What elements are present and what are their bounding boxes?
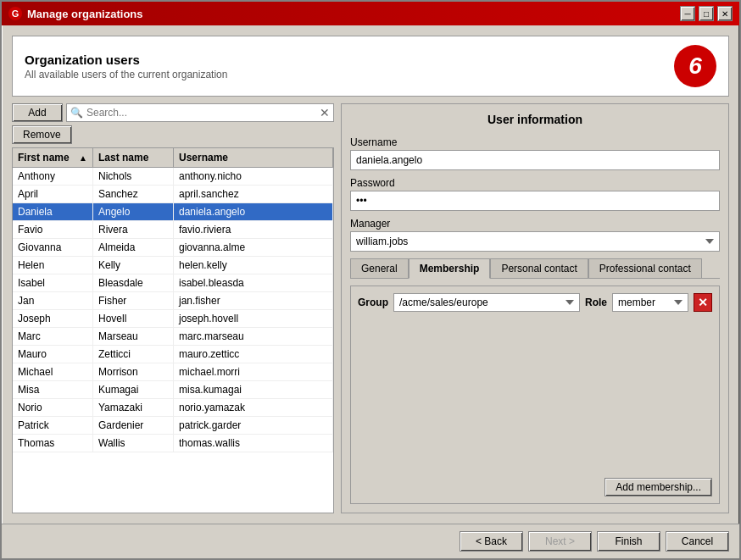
bottom-bar: < Back Next > Finish Cancel bbox=[2, 524, 739, 558]
table-row[interactable]: Marc Marseau marc.marseau bbox=[13, 328, 333, 346]
table-row[interactable]: Anthony Nichols anthony.nicho bbox=[13, 168, 333, 186]
cell-username: patrick.garder bbox=[174, 417, 333, 434]
cell-firstname: Jan bbox=[13, 292, 93, 309]
cell-username: joseph.hovell bbox=[174, 310, 333, 327]
title-bar-left: G Manage organizations bbox=[8, 7, 143, 20]
manager-label: Manager bbox=[350, 218, 720, 230]
search-icon: 🔍 bbox=[70, 107, 83, 119]
cell-username: anthony.nicho bbox=[174, 168, 333, 185]
username-group: Username bbox=[350, 136, 720, 170]
cell-username: thomas.wallis bbox=[174, 435, 333, 452]
cell-firstname: Giovanna bbox=[13, 239, 93, 256]
cell-firstname: April bbox=[13, 186, 93, 202]
table-row[interactable]: Favio Rivera favio.riviera bbox=[13, 221, 333, 239]
search-input[interactable] bbox=[86, 107, 320, 119]
cell-firstname: Daniela bbox=[13, 203, 93, 220]
table-row[interactable]: Michael Morrison michael.morri bbox=[13, 363, 333, 381]
table-row[interactable]: Giovanna Almeida giovanna.alme bbox=[13, 239, 333, 257]
table-row[interactable]: Mauro Zetticci mauro.zetticc bbox=[13, 346, 333, 363]
left-panel: Add 🔍 ✕ Remove First name ▲ bbox=[12, 103, 334, 513]
cell-firstname: Misa bbox=[13, 381, 93, 398]
membership-spacer bbox=[358, 317, 712, 473]
cell-lastname: Yamazaki bbox=[93, 399, 174, 416]
cell-lastname: Wallis bbox=[93, 435, 174, 452]
table-row[interactable]: Joseph Hovell joseph.hovell bbox=[13, 310, 333, 328]
add-membership-button[interactable]: Add membership... bbox=[604, 478, 712, 496]
cell-lastname: Gardenier bbox=[93, 417, 174, 434]
cell-lastname: Fisher bbox=[93, 292, 174, 309]
delete-membership-button[interactable]: ✕ bbox=[694, 293, 712, 312]
cell-lastname: Kumagai bbox=[93, 381, 174, 398]
username-label: Username bbox=[350, 136, 720, 148]
membership-row: Group /acme/sales/europe Role member ✕ bbox=[358, 293, 712, 312]
password-label: Password bbox=[350, 177, 720, 189]
table-row[interactable]: April Sanchez april.sanchez bbox=[13, 186, 333, 203]
cell-firstname: Favio bbox=[13, 221, 93, 238]
manager-group: Manager william.jobs bbox=[350, 218, 720, 252]
finish-button[interactable]: Finish bbox=[597, 531, 660, 552]
table-row[interactable]: Norio Yamazaki norio.yamazak bbox=[13, 399, 333, 417]
add-button[interactable]: Add bbox=[12, 103, 63, 122]
title-controls: ─ □ ✕ bbox=[680, 6, 733, 21]
cell-lastname: Rivera bbox=[93, 221, 174, 238]
table-row[interactable]: Isabel Bleasdale isabel.bleasda bbox=[13, 274, 333, 292]
tab-membership[interactable]: Membership bbox=[409, 258, 491, 279]
minimize-button[interactable]: ─ bbox=[680, 6, 695, 21]
tab-personal-contact[interactable]: Personal contact bbox=[490, 258, 588, 279]
page-subtitle: All available users of the current organ… bbox=[25, 69, 227, 80]
cell-firstname: Michael bbox=[13, 363, 93, 380]
cell-username: helen.kelly bbox=[174, 257, 333, 274]
cell-firstname: Mauro bbox=[13, 346, 93, 363]
tab-general[interactable]: General bbox=[350, 258, 409, 279]
page-header: Organization users All available users o… bbox=[12, 36, 729, 97]
cell-lastname: Kelly bbox=[93, 257, 174, 274]
search-clear-icon[interactable]: ✕ bbox=[320, 106, 330, 119]
role-select[interactable]: member bbox=[612, 293, 688, 312]
table-row[interactable]: Daniela Angelo daniela.angelo bbox=[13, 203, 333, 221]
right-panel: User information Username Password Manag… bbox=[341, 103, 729, 513]
table-row[interactable]: Jan Fisher jan.fisher bbox=[13, 292, 333, 310]
cancel-button[interactable]: Cancel bbox=[666, 531, 729, 552]
group-select[interactable]: /acme/sales/europe bbox=[393, 293, 580, 312]
table-row[interactable]: Patrick Gardenier patrick.garder bbox=[13, 417, 333, 435]
cell-username: jan.fisher bbox=[174, 292, 333, 309]
table-row[interactable]: Thomas Wallis thomas.wallis bbox=[13, 435, 333, 452]
cell-lastname: Nichols bbox=[93, 168, 174, 185]
window-title: Manage organizations bbox=[27, 8, 143, 20]
cell-username: daniela.angelo bbox=[174, 203, 333, 220]
remove-button[interactable]: Remove bbox=[12, 125, 72, 144]
cell-username: misa.kumagai bbox=[174, 381, 333, 398]
col-firstname[interactable]: First name ▲ bbox=[13, 148, 93, 167]
manager-select[interactable]: william.jobs bbox=[350, 231, 720, 252]
password-input[interactable] bbox=[350, 191, 720, 211]
title-bar: G Manage organizations ─ □ ✕ bbox=[2, 2, 739, 25]
cell-firstname: Thomas bbox=[13, 435, 93, 452]
role-label: Role bbox=[585, 297, 607, 308]
panel-title: User information bbox=[350, 113, 720, 126]
tabs-row: General Membership Personal contact Prof… bbox=[350, 258, 720, 279]
toolbar: Add 🔍 ✕ bbox=[12, 103, 334, 122]
close-button[interactable]: ✕ bbox=[717, 6, 733, 21]
cell-firstname: Helen bbox=[13, 257, 93, 274]
table-row[interactable]: Helen Kelly helen.kelly bbox=[13, 257, 333, 274]
cell-username: michael.morri bbox=[174, 363, 333, 380]
tab-professional-contact[interactable]: Professional contact bbox=[588, 258, 702, 279]
username-input[interactable] bbox=[350, 150, 720, 170]
cell-firstname: Norio bbox=[13, 399, 93, 416]
back-button[interactable]: < Back bbox=[460, 531, 523, 552]
table-row[interactable]: Misa Kumagai misa.kumagai bbox=[13, 381, 333, 399]
maximize-button[interactable]: □ bbox=[699, 6, 714, 21]
password-group: Password bbox=[350, 177, 720, 211]
sort-arrow-firstname: ▲ bbox=[79, 153, 87, 163]
search-bar: 🔍 ✕ bbox=[66, 103, 334, 122]
cell-firstname: Marc bbox=[13, 328, 93, 345]
cell-username: favio.riviera bbox=[174, 221, 333, 238]
content-area: Organization users All available users o… bbox=[2, 25, 739, 524]
header-logo: 6 bbox=[674, 45, 716, 87]
col-lastname[interactable]: Last name bbox=[93, 148, 174, 167]
cell-username: marc.marseau bbox=[174, 328, 333, 345]
cell-firstname: Joseph bbox=[13, 310, 93, 327]
col-username[interactable]: Username bbox=[174, 148, 333, 167]
app-icon: G bbox=[8, 7, 22, 20]
cell-username: mauro.zetticc bbox=[174, 346, 333, 363]
